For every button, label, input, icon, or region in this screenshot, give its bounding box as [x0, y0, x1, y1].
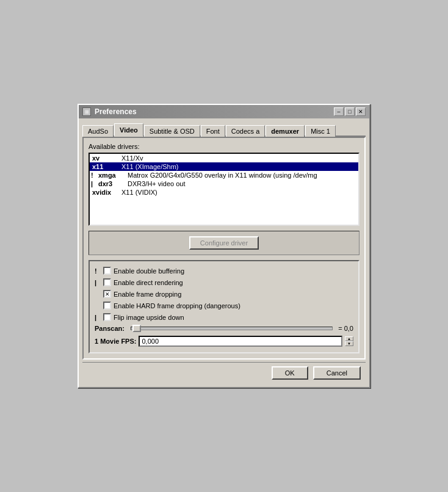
panscan-label: Panscan: — [95, 325, 128, 332]
option-row-flip-image: | Flip image upside down — [93, 311, 355, 323]
label-double-buffer: Enable double buffering — [114, 267, 184, 275]
driver-row-xv[interactable]: xv X11/Xv — [90, 154, 358, 162]
tab-demuxer[interactable]: demuxer — [266, 125, 305, 137]
driver-desc-xmga: Matrox G200/G4x0/G550 overlay in X11 win… — [128, 172, 356, 179]
options-panel: ! Enable double buffering | Enable direc… — [89, 260, 359, 353]
prefix-direct-render: | — [95, 279, 101, 286]
driver-pipe-dxr3: | — [91, 180, 93, 187]
minimize-button[interactable]: – — [334, 107, 344, 116]
driver-row-xvidix[interactable]: xvidix X11 (VIDIX) — [90, 188, 358, 197]
preferences-window: ⊞ Preferences – □ ✕ AudSo Video Subtitle… — [78, 104, 370, 388]
fps-row: 1 Movie FPS: ▲ ▼ — [93, 334, 355, 349]
tab-misc[interactable]: Misc 1 — [305, 125, 336, 137]
driver-row-dxr3[interactable]: | dxr3 DXR3/H+ video out — [90, 179, 358, 188]
tab-font[interactable]: Font — [201, 125, 225, 137]
fps-label: 1 Movie FPS: — [95, 338, 136, 345]
option-row-frame-drop: Enable frame dropping — [93, 288, 355, 300]
label-direct-render: Enable direct rendering — [114, 279, 183, 286]
label-hard-frame-drop: Enable HARD frame dropping (dangerous) — [114, 302, 240, 309]
driver-code-xv: xv — [92, 154, 117, 162]
window-body: AudSo Video Subtitle & OSD Font Codecs a… — [79, 118, 369, 387]
configure-driver-button[interactable]: Configure driver — [189, 236, 259, 250]
ok-button[interactable]: OK — [272, 366, 308, 380]
panscan-row: Panscan: = 0,0 — [93, 323, 355, 334]
driver-code-dxr3: dxr3 — [98, 180, 123, 187]
checkbox-flip-image[interactable] — [103, 313, 111, 321]
label-flip-image: Flip image upside down — [114, 314, 184, 321]
tab-video[interactable]: Video — [114, 123, 143, 137]
fps-input[interactable] — [139, 336, 342, 347]
option-row-hard-frame-drop: Enable HARD frame dropping (dangerous) — [93, 300, 355, 311]
driver-desc-x11: X11 (XImage/Shm) — [121, 163, 356, 170]
panscan-slider[interactable] — [131, 327, 333, 330]
driver-desc-xvidix: X11 (VIDIX) — [121, 189, 356, 196]
drivers-list[interactable]: xv X11/Xv x11 X11 (XImage/Shm) ! xmga Ma… — [89, 153, 359, 226]
drivers-label: Available drivers: — [89, 143, 359, 150]
option-row-double-buffer: ! Enable double buffering — [93, 265, 355, 277]
fps-spinner: ▲ ▼ — [345, 336, 353, 346]
title-buttons: – □ ✕ — [334, 107, 366, 116]
label-frame-drop: Enable frame dropping — [114, 291, 181, 298]
title-bar: ⊞ Preferences – □ ✕ — [79, 105, 369, 118]
fps-up-button[interactable]: ▲ — [345, 336, 353, 341]
tab-bar: AudSo Video Subtitle & OSD Font Codecs a… — [82, 122, 366, 137]
driver-code-xvidix: xvidix — [92, 189, 117, 196]
prefix-flip-image: | — [95, 314, 101, 321]
tab-audso[interactable]: AudSo — [82, 125, 114, 137]
cancel-button[interactable]: Cancel — [313, 366, 361, 380]
option-row-direct-render: | Enable direct rendering — [93, 277, 355, 288]
checkbox-double-buffer[interactable] — [103, 267, 111, 275]
bottom-bar: OK Cancel — [82, 362, 366, 383]
prefix-double-buffer: ! — [95, 267, 101, 275]
checkbox-hard-frame-drop[interactable] — [103, 302, 111, 309]
main-panel: Available drivers: xv X11/Xv x11 X11 (XI… — [82, 137, 366, 360]
driver-warning-xmga: ! — [91, 172, 93, 179]
maximize-button[interactable]: □ — [345, 107, 355, 116]
checkbox-direct-render[interactable] — [103, 278, 111, 286]
driver-code-x11: x11 — [92, 163, 117, 170]
window-title: Preferences — [95, 107, 137, 116]
driver-desc-dxr3: DXR3/H+ video out — [128, 180, 356, 187]
configure-driver-area: Configure driver — [89, 231, 359, 255]
panscan-value: = 0,0 — [335, 325, 353, 332]
checkbox-frame-drop[interactable] — [103, 290, 111, 298]
window-icon: ⊞ — [82, 107, 91, 116]
close-button[interactable]: ✕ — [356, 107, 366, 116]
driver-desc-xv: X11/Xv — [121, 154, 356, 162]
driver-row-xmga[interactable]: ! xmga Matrox G200/G4x0/G550 overlay in … — [90, 171, 358, 179]
panscan-thumb[interactable] — [132, 325, 141, 332]
fps-down-button[interactable]: ▼ — [345, 341, 353, 346]
tab-codecs[interactable]: Codecs a — [226, 125, 265, 137]
driver-row-x11[interactable]: x11 X11 (XImage/Shm) — [90, 162, 358, 171]
tab-subtitle[interactable]: Subtitle & OSD — [144, 125, 200, 137]
driver-code-xmga: xmga — [98, 172, 123, 179]
